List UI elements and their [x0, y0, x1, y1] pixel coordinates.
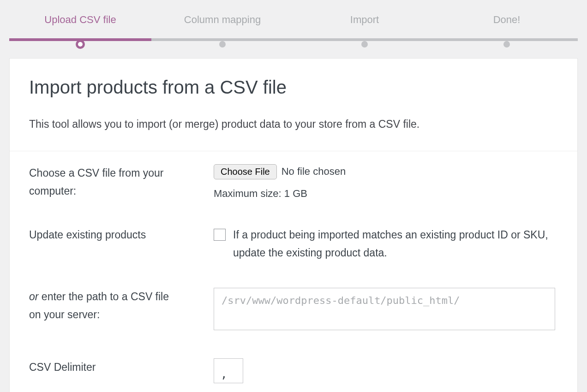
server-path-label: or enter the path to a CSV file on your …: [10, 275, 194, 345]
update-existing-checkbox[interactable]: [214, 229, 226, 241]
choose-file-label: Choose a CSV file from your computer:: [10, 151, 194, 213]
step-mapping-dot: [219, 41, 226, 48]
step-mapping-label: Column mapping: [151, 14, 294, 26]
delimiter-input[interactable]: [214, 358, 243, 383]
progress-stepper: Upload CSV file Column mapping Import Do…: [9, 9, 578, 33]
step-done-dot: [503, 41, 510, 48]
step-upload-label: Upload CSV file: [9, 14, 151, 26]
delimiter-label: CSV Delimiter: [10, 345, 194, 392]
file-status: No file chosen: [282, 166, 346, 178]
import-card: Import products from a CSV file This too…: [9, 58, 578, 392]
page-subtitle: This tool allows you to import (or merge…: [29, 116, 558, 132]
step-upload[interactable]: Upload CSV file: [9, 14, 151, 33]
server-path-input[interactable]: [214, 288, 555, 330]
max-size-hint: Maximum size: 1 GB: [214, 188, 558, 200]
page-title: Import products from a CSV file: [29, 77, 558, 98]
step-import-dot: [361, 41, 368, 48]
server-path-label-rest: enter the path to a CSV file on your ser…: [29, 291, 169, 321]
update-existing-row[interactable]: If a product being imported matches an e…: [214, 226, 555, 262]
card-header: Import products from a CSV file This too…: [10, 59, 577, 151]
server-path-label-prefix: or: [29, 291, 38, 303]
choose-file-button[interactable]: Choose File: [214, 164, 277, 179]
step-import[interactable]: Import: [294, 14, 436, 33]
step-done[interactable]: Done!: [436, 14, 578, 33]
update-existing-hint: If a product being imported matches an e…: [233, 226, 555, 262]
update-existing-label: Update existing products: [10, 213, 194, 275]
step-mapping[interactable]: Column mapping: [151, 14, 294, 33]
step-upload-dot: [76, 40, 85, 49]
step-import-label: Import: [294, 14, 436, 26]
step-done-label: Done!: [436, 14, 578, 26]
